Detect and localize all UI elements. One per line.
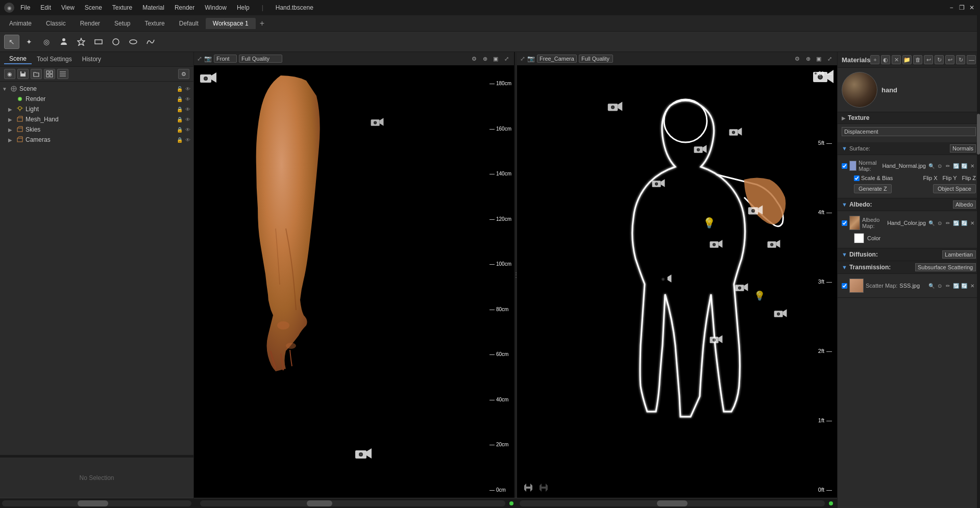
tool-rotate-sphere[interactable]: ◎ — [39, 35, 54, 49]
object-space-button[interactable]: Object Space — [933, 184, 976, 193]
tree-item-skies[interactable]: ▶ Skies 🔒 👁 — [0, 124, 193, 135]
surface-type-select[interactable]: Normals — [950, 144, 976, 153]
scatter-refresh-icon[interactable]: 🔄 — [961, 282, 968, 289]
maximize-button[interactable]: ❐ — [958, 4, 966, 12]
panel-scroll-track[interactable] — [2, 500, 191, 506]
vp-camera-crosshair-icon[interactable]: ⊕ — [803, 54, 813, 63]
displacement-select[interactable]: Displacement — [842, 127, 976, 136]
materials-redo-btn[interactable]: ↻ — [935, 55, 944, 64]
vp-left-scroll-thumb[interactable] — [307, 500, 332, 506]
tab-render[interactable]: Render — [73, 18, 107, 29]
panel-scroll-thumb[interactable] — [78, 500, 108, 506]
scatter-zoom1-icon[interactable]: 🔍 — [928, 282, 935, 289]
viewport-camera-select[interactable]: Free_Camera Front Back — [537, 55, 577, 63]
normal-map-checkbox[interactable] — [842, 163, 847, 169]
materials-undo2-btn[interactable]: ↩ — [945, 55, 954, 64]
tree-item-light[interactable]: ▶ Light 🔒 👁 — [0, 104, 193, 114]
albedo-reload-icon[interactable]: 🔃 — [952, 219, 960, 226]
panel-grid-btn[interactable] — [44, 69, 55, 79]
tree-item-scene[interactable]: ▼ Scene 🔓 👁 — [0, 84, 193, 94]
generate-z-button[interactable]: Generate Z — [854, 184, 892, 193]
viewport-front-quality-select[interactable]: Full Quality Half Quality Quarter Qualit… — [239, 55, 282, 63]
normal-zoom2-icon[interactable]: ⊙ — [936, 162, 943, 169]
panel-new-btn[interactable]: ◉ — [4, 69, 15, 79]
tab-history[interactable]: History — [77, 55, 106, 64]
scale-bias-checkbox[interactable] — [854, 175, 860, 181]
albedo-type-select[interactable]: Albedo — [953, 200, 976, 209]
tab-animate[interactable]: Animate — [2, 18, 39, 29]
scatter-zoom2-icon[interactable]: ⊙ — [936, 282, 943, 289]
tab-workspace1[interactable]: Workspace 1 — [206, 18, 256, 29]
normal-remove-icon[interactable]: ✕ — [969, 162, 976, 169]
panel-settings-btn[interactable]: ⚙ — [178, 69, 189, 79]
diffusion-section-header[interactable]: ▼ Diffusion: Lambertian — [838, 248, 980, 261]
scatter-remove-icon[interactable]: ✕ — [969, 282, 976, 289]
tab-default[interactable]: Default — [172, 18, 206, 29]
menu-help[interactable]: Help — [235, 3, 252, 12]
tool-curve[interactable] — [143, 35, 158, 49]
albedo-refresh-icon[interactable]: 🔄 — [961, 219, 968, 226]
menu-scene[interactable]: Scene — [83, 3, 104, 12]
tab-tool-settings[interactable]: Tool Settings — [32, 55, 77, 64]
close-button[interactable]: ✕ — [968, 4, 976, 12]
minimize-button[interactable]: − — [947, 4, 955, 12]
vp-camera-grid-icon[interactable]: ▣ — [814, 54, 823, 63]
menu-texture[interactable]: Texture — [110, 3, 134, 12]
menu-view[interactable]: View — [59, 3, 77, 12]
transmission-type-select[interactable]: Subsurface Scattering — [915, 263, 976, 271]
vp-front-crosshair-icon[interactable]: ⊕ — [480, 54, 489, 63]
menu-edit[interactable]: Edit — [38, 3, 53, 12]
vp-right-scrollbar[interactable] — [516, 500, 835, 506]
tool-move[interactable]: ✦ — [21, 35, 37, 49]
normal-paint-icon[interactable]: ✏ — [944, 162, 951, 169]
vp-camera-settings-icon[interactable]: ⚙ — [793, 54, 802, 63]
tab-texture[interactable]: Texture — [137, 18, 172, 29]
normal-zoom1-icon[interactable]: 🔍 — [928, 162, 935, 169]
vp-left-scroll-track[interactable] — [200, 500, 505, 506]
tool-star[interactable] — [74, 35, 89, 49]
right-panel-scrollbar-thumb[interactable] — [977, 114, 980, 155]
texture-section-header[interactable]: ▶ Texture — [838, 112, 980, 124]
tab-scene[interactable]: Scene — [4, 54, 32, 64]
tree-item-mesh-hand[interactable]: ▶ Mesh_Hand 🔒 👁 — [0, 114, 193, 124]
tree-item-cameras[interactable]: ▶ Cameras 🔒 👁 — [0, 135, 193, 145]
scatter-paint-icon[interactable]: ✏ — [944, 282, 951, 289]
normal-refresh-icon[interactable]: 🔄 — [961, 162, 968, 169]
transmission-section-header[interactable]: ▼ Transmission: Subsurface Scattering — [838, 261, 980, 274]
albedo-map-checkbox[interactable] — [842, 220, 847, 226]
vp-front-settings-icon[interactable]: ⚙ — [470, 54, 479, 63]
tab-setup[interactable]: Setup — [107, 18, 137, 29]
panel-save-btn[interactable] — [17, 69, 29, 79]
tree-item-render[interactable]: Render 🔒 👁 — [0, 94, 193, 104]
panel-open-btn[interactable] — [31, 69, 42, 79]
materials-undo-btn[interactable]: ↩ — [924, 55, 933, 64]
viewport-camera-quality-select[interactable]: Full Quality Half Quality — [579, 55, 613, 63]
vp-camera-fullscreen-icon[interactable]: ⤢ — [825, 54, 834, 63]
materials-redo2-btn[interactable]: ↻ — [956, 55, 965, 64]
menu-window[interactable]: Window — [203, 3, 229, 12]
right-panel-scrollbar-track[interactable] — [977, 52, 980, 508]
vp-right-scroll-thumb[interactable] — [657, 500, 688, 506]
albedo-zoom2-icon[interactable]: ⊙ — [936, 219, 943, 226]
vp-front-fullscreen-icon[interactable]: ⤢ — [502, 54, 511, 63]
albedo-paint-icon[interactable]: ✏ — [944, 219, 951, 226]
menu-file[interactable]: File — [18, 3, 32, 12]
tool-rectangle[interactable] — [91, 35, 106, 49]
viewport-front-camera-select[interactable]: Front Back Left Right Top Bottom — [214, 55, 237, 63]
viewport-front[interactable]: ⤢ 📷 Front Back Left Right Top Bottom Ful… — [194, 52, 515, 498]
vp-front-grid-icon[interactable]: ▣ — [491, 54, 500, 63]
vp-left-scrollbar[interactable] — [196, 500, 516, 506]
tool-person[interactable] — [56, 35, 71, 49]
add-tab-button[interactable]: + — [256, 18, 268, 29]
materials-duplicate-btn[interactable]: ◐ — [881, 55, 890, 64]
scatter-reload-icon[interactable]: 🔃 — [952, 282, 960, 289]
scatter-map-checkbox[interactable] — [842, 283, 847, 289]
albedo-color-swatch[interactable] — [854, 233, 864, 243]
diffusion-type-select[interactable]: Lambertian — [942, 250, 976, 259]
menu-material[interactable]: Material — [140, 3, 166, 12]
materials-add-btn[interactable]: + — [870, 55, 879, 64]
tab-classic[interactable]: Classic — [39, 18, 73, 29]
albedo-zoom1-icon[interactable]: 🔍 — [928, 219, 935, 226]
tool-select[interactable]: ↖ — [4, 35, 19, 49]
vp-right-scroll-track[interactable] — [520, 500, 825, 506]
